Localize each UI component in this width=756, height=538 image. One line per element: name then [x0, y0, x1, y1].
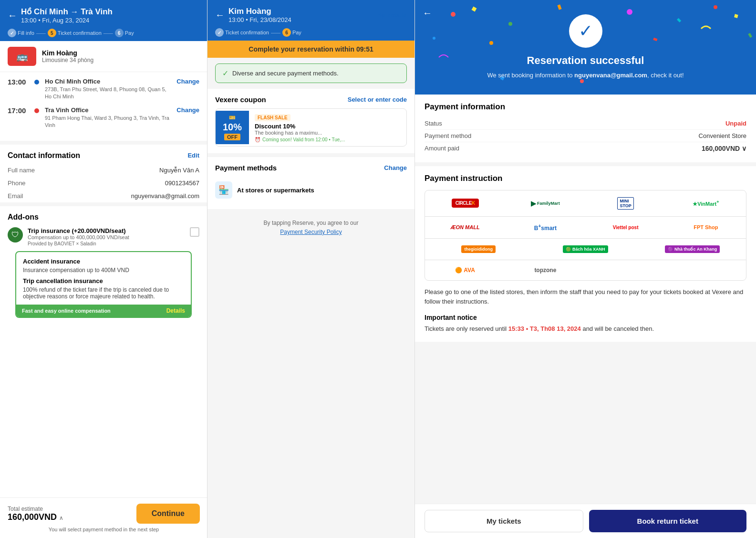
change-depart-button[interactable]: Change: [176, 78, 199, 85]
bus-type: Limousine 34 phòng: [42, 57, 93, 63]
svg-rect-1: [472, 7, 477, 12]
logos-row-3: thegioididong 🟢 Bách hóa XANH 🟣 Nhà thuố…: [425, 239, 746, 260]
back-button-s2[interactable]: ←: [215, 10, 225, 21]
flash-sale-badge: FLASH SALE: [255, 114, 290, 121]
arrive-address: 91 Pham Hong Thai, Ward 3, Phuong 3, Tra…: [45, 115, 171, 129]
payment-methods-title: Payment methods: [215, 164, 277, 172]
route-title-s1: Hồ Chí Minh → Trà Vinh: [21, 7, 113, 17]
email-label: Email: [8, 192, 23, 200]
depart-address: 273B, Tran Phu Street, Ward 8, Phuong 08…: [45, 86, 171, 101]
edit-contact-button[interactable]: Edit: [187, 152, 199, 159]
checkmark-icon: ✓: [579, 21, 593, 41]
accident-desc: Insurance compensation up to 400M VND: [23, 267, 184, 274]
store-logos-grid: CIRCLEK ▶ FamilyMart MINISTOP ★VinMart+: [425, 190, 746, 281]
logo-bachhoaxanh: 🟢 Bách hóa XANH: [532, 243, 639, 256]
step-fill-info: ✓: [8, 29, 16, 37]
step-fill-info-label: Fill info: [18, 30, 34, 36]
checkmark-circle: ✓: [569, 14, 602, 48]
logo-vinmart: ★VinMart+: [666, 197, 746, 210]
store-label: At stores or supermarkets: [237, 187, 314, 194]
step-ticket-confirm: 5: [48, 29, 56, 37]
addons-title: Add-ons: [8, 213, 199, 222]
fullname-label: Full name: [8, 167, 35, 174]
depart-dot: [34, 80, 39, 84]
timer-banner: Complete your reservation within 09:51: [207, 41, 414, 58]
details-link[interactable]: Details: [166, 307, 185, 314]
email-value: nguyenvana@gmail.com: [131, 192, 199, 200]
amount-row: Amount paid 160,000VND ∨: [425, 142, 746, 155]
bus-name: Kim Hoàng: [42, 49, 93, 57]
screen2-body: Complete your reservation within 09:51 ✓…: [207, 41, 414, 500]
insurance-checkbox[interactable]: [190, 227, 199, 237]
payment-method-value: Convenient Store: [699, 132, 746, 139]
book-return-ticket-button[interactable]: Book return ticket: [589, 510, 747, 532]
insurance-item: 🛡 Trip insurance (+20.000VND/seat) Compe…: [8, 227, 199, 246]
svg-point-8: [433, 37, 435, 40]
success-banner: ← ✓ Reservation successful We sent booki…: [415, 0, 756, 95]
phone-row: Phone 0901234567: [0, 177, 207, 190]
amount-value[interactable]: 160,000VND ∨: [702, 145, 746, 152]
success-title: Reservation successful: [527, 54, 644, 67]
continue-button[interactable]: Continue: [136, 504, 200, 524]
payment-security-policy-link[interactable]: Payment Security Policy: [280, 229, 342, 235]
store-icon: 🏪: [215, 181, 232, 199]
change-payment-button[interactable]: Change: [384, 164, 407, 171]
accident-card: Accident insurance Insurance compensatio…: [15, 251, 192, 318]
bus-image: 🚌: [8, 47, 36, 66]
logo-aeon: ÆON MALL: [425, 222, 505, 233]
trip-details-link[interactable]: Trip details: [374, 11, 407, 19]
payment-instruction-title: Payment instruction: [425, 174, 746, 183]
amount-label: Amount paid: [425, 145, 459, 152]
back-button-s1[interactable]: ←: [8, 10, 17, 21]
logo-familymart: ▶ FamilyMart: [505, 197, 585, 210]
phone-value: 0901234567: [165, 179, 199, 187]
contact-title: Contact information: [8, 151, 80, 160]
coupon-card[interactable]: 🎫 10% OFF FLASH SALE Discount 10% The bo…: [215, 108, 407, 147]
addons-section: Add-ons 🛡 Trip insurance (+20.000VND/sea…: [0, 202, 207, 318]
back-button-s3[interactable]: ←: [423, 8, 432, 19]
route-section: 13:00 Ho Chi Minh Office 273B, Tran Phu …: [0, 72, 207, 145]
change-arrive-button[interactable]: Change: [176, 106, 199, 114]
svg-point-4: [627, 9, 632, 15]
passenger-name-s2: Kim Hoàng: [228, 7, 291, 16]
svg-rect-11: [653, 38, 657, 41]
coupon-desc: The booking has a maximu...: [255, 130, 401, 136]
fast-badge: Fast and easy online compensation Detail…: [16, 305, 191, 317]
coupon-validity: ⏰ Coming soon! Valid from 12:00 • Tue,..…: [255, 137, 401, 142]
svg-rect-9: [748, 33, 752, 38]
screen3-footer: My tickets Book return ticket: [415, 504, 756, 538]
route-datetime-s1: 13:00 • Fri, Aug 23, 2024: [21, 17, 113, 24]
insurance-providers: Provided by BAOVIET × Saladin: [28, 241, 129, 246]
cancellation-desc: 100% refund of the ticket fare if the tr…: [23, 286, 184, 300]
contact-section: Contact information Edit Full name Nguyễ…: [0, 145, 207, 202]
logo-bsmart: B+smart: [505, 221, 585, 234]
svg-point-2: [508, 22, 512, 26]
depart-time: 13:00: [8, 78, 29, 86]
screen1-header: ← Hồ Chí Minh → Trà Vinh 13:00 • Fri, Au…: [0, 0, 207, 41]
route-row-depart: 13:00 Ho Chi Minh Office 273B, Tran Phu …: [8, 78, 199, 101]
step-ticket-confirm-s2: ✓: [215, 28, 224, 37]
screen3-success: ← ✓ Reservation successful We sent booki…: [415, 0, 756, 538]
route-datetime-s2: 13:00 • Fri, 23/08/2024: [228, 16, 291, 23]
screen2-payment: ← Kim Hoàng 13:00 • Fri, 23/08/2024 Trip…: [207, 0, 415, 538]
total-price-s1: 160,000VND: [8, 512, 57, 522]
logo-fpt: FPT Shop: [666, 222, 746, 233]
logo-topzone: topzone: [505, 264, 585, 276]
logo-tgdd: thegioididong: [425, 243, 532, 256]
arrive-office: Tra Vinh Office: [45, 106, 171, 114]
arrive-dot: [34, 108, 39, 113]
payment-info-card: Payment information Status Unpaid Paymen…: [415, 95, 756, 166]
my-tickets-button[interactable]: My tickets: [425, 510, 583, 532]
email-row: Email nguyenvana@gmail.com: [0, 190, 207, 202]
fullname-value: Nguyễn Văn A: [159, 167, 199, 174]
step-pay-s2: 6: [282, 28, 291, 37]
progress-bar-s2: ✓ Ticket confirmation —— 6 Pay: [215, 28, 407, 37]
agree-text: By tapping Reserve, you agree to our Pay…: [207, 213, 414, 239]
coupon-title: Vexere coupon: [215, 95, 266, 104]
select-code-button[interactable]: Select or enter code: [348, 96, 407, 103]
screen2-header: ← Kim Hoàng 13:00 • Fri, 23/08/2024 Trip…: [207, 0, 414, 41]
secure-payment-msg: ✓ Diverse and secure payment methods.: [215, 63, 407, 83]
coupon-name: Discount 10%: [255, 123, 401, 130]
payment-method-label: Payment method: [425, 132, 471, 139]
success-desc: We sent booking information to nguyenvan…: [487, 71, 684, 80]
